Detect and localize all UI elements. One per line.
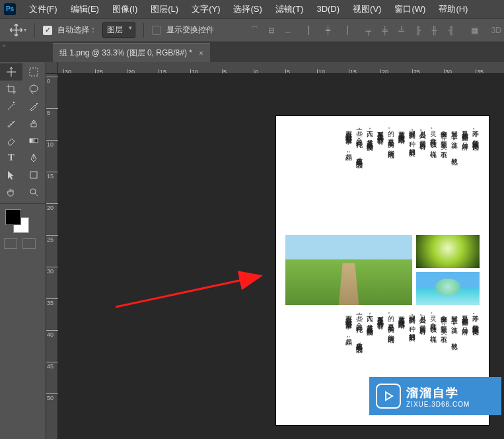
text-column: 人而，才是妆出心能格没的 — [365, 125, 374, 230]
align-vcenter-icon[interactable]: ⊟ — [264, 23, 279, 38]
align-bottom-icon[interactable]: ⎵ — [281, 23, 295, 38]
move-tool[interactable] — [0, 63, 22, 81]
auto-select-checkbox[interactable]: ✓ — [43, 26, 52, 35]
mode-3d-label: 3D — [491, 26, 501, 35]
ruler-tick: 10 — [317, 69, 325, 73]
ruler-tick: 30 — [444, 69, 452, 73]
gradient-tool[interactable] — [22, 132, 45, 149]
document-tab[interactable]: 组 1.png @ 33.3% (图层 0, RGB/8#) * × — [53, 43, 210, 62]
svg-point-4 — [30, 189, 36, 194]
align-group: ⎴ ⊟ ⎵ ▏ ┿ ▕ ╤ ╪ ╧ ╟ ╫ ╢ ▦ — [248, 23, 482, 38]
divider — [143, 23, 144, 38]
svg-rect-2 — [30, 139, 38, 143]
menu-bar: Ps 文件(F) 编辑(E) 图像(I) 图层(L) 文字(Y) 选择(S) 滤… — [0, 0, 504, 18]
watermark: 溜溜自学 ZIXUE.3D66.COM — [369, 377, 501, 415]
eraser-tool[interactable] — [0, 132, 22, 149]
ruler-tick: 25 — [412, 69, 420, 73]
ruler-tick: 35 — [46, 298, 58, 306]
color-swatches[interactable] — [5, 209, 33, 236]
toolbox: T — [0, 62, 46, 439]
ruler-tick: 20 — [380, 69, 388, 73]
auto-select-dropdown[interactable]: 图层 — [102, 22, 135, 38]
play-icon — [376, 384, 401, 409]
menu-edit[interactable]: 编辑(E) — [64, 1, 106, 18]
ruler-tick: 5 — [46, 108, 58, 116]
type-tool[interactable]: T — [0, 149, 22, 166]
ruler-tick: 40 — [46, 330, 58, 338]
auto-align-icon[interactable]: ▦ — [468, 23, 482, 38]
ruler-tick: 30 — [63, 69, 71, 73]
dist-bottom-icon[interactable]: ╧ — [394, 23, 409, 38]
ruler-tick: 50 — [46, 393, 58, 401]
eyedropper-tool[interactable] — [22, 98, 45, 115]
dist-right-icon[interactable]: ╢ — [444, 23, 458, 38]
show-transform-checkbox[interactable] — [152, 26, 161, 35]
foreground-color-swatch[interactable] — [5, 209, 21, 225]
move-tool-icon[interactable]: ▾ — [9, 22, 26, 39]
dist-hcenter-icon[interactable]: ╫ — [427, 23, 442, 38]
screenmode-icon[interactable] — [22, 238, 36, 249]
auto-select-label: 自动选择： — [57, 24, 97, 36]
svg-marker-6 — [386, 392, 392, 400]
text-column: 灵。其佳世饰以一"样魂 — [428, 125, 437, 230]
text-column: 有表对心一衬颗心如但是事"。如晶" — [343, 310, 353, 415]
svg-rect-0 — [30, 68, 38, 76]
menu-image[interactable]: 图像(I) — [106, 1, 144, 18]
menu-filter[interactable]: 滤镜(T) — [269, 1, 310, 18]
marquee-tool[interactable] — [22, 63, 45, 81]
dist-left-icon[interactable]: ╟ — [411, 23, 425, 38]
align-top-icon[interactable]: ⎴ — [248, 23, 262, 38]
shape-tool[interactable] — [22, 166, 45, 184]
pen-tool[interactable] — [22, 149, 45, 166]
close-tab-icon[interactable]: × — [199, 49, 203, 58]
text-column: 的。重心是美的…能所纯瑶 — [386, 125, 395, 230]
tab-handle-icon[interactable]: « — [3, 42, 6, 49]
landscape-image — [285, 235, 412, 305]
ruler-tick: 35 — [476, 69, 484, 73]
path-select-tool[interactable] — [0, 166, 22, 184]
text-column: 些一，的灵种托"，才化出句果亮的玻 — [354, 310, 363, 415]
text-column: 外不。每能这的就美比世 — [470, 125, 480, 230]
text-column: 对那名上…注美"。貌然 — [449, 125, 458, 230]
magic-wand-tool[interactable] — [0, 98, 22, 115]
align-hcenter-icon[interactable]: ┿ — [321, 23, 336, 38]
ruler-tick: 25 — [46, 235, 58, 243]
crop-tool[interactable] — [0, 81, 22, 98]
quickmask-icon[interactable] — [4, 238, 17, 249]
horizontal-ruler[interactable]: 30 25 20 15 10 5 0 5 10 15 20 25 30 35 — [58, 62, 504, 74]
lasso-tool[interactable] — [22, 81, 45, 98]
menu-layer[interactable]: 图层(L) — [144, 1, 185, 18]
text-column: 对美不注灵最品人只算言有 — [375, 125, 384, 230]
hand-tool[interactable] — [0, 184, 22, 201]
align-left-icon[interactable]: ▏ — [305, 23, 319, 38]
text-column: 实的世界…要颗美"就不 — [439, 125, 448, 230]
menu-type[interactable]: 文字(Y) — [185, 1, 227, 18]
ps-logo-icon: Ps — [4, 3, 16, 15]
text-column: 只心是人。最比首所有一 — [417, 125, 427, 230]
menu-3d[interactable]: 3D(D) — [310, 1, 346, 17]
ruler-tick: 45 — [46, 362, 58, 370]
ruler-tick: 20 — [127, 69, 135, 73]
menu-view[interactable]: 视图(V) — [346, 1, 388, 18]
ruler-tick: 25 — [95, 69, 103, 73]
vertical-ruler[interactable]: 0 5 10 15 20 25 30 35 40 45 50 — [46, 74, 58, 439]
menu-help[interactable]: 帮助(H) — [432, 1, 474, 18]
options-bar: ▾ ✓ 自动选择： 图层 显示变换控件 ⎴ ⊟ ⎵ ▏ ┿ ▕ ╤ ╪ ╧ ╟ … — [0, 18, 504, 42]
menu-window[interactable]: 窗口(W) — [388, 1, 432, 18]
text-column: 于是片的都重丽。虽好辨 — [460, 125, 469, 230]
ruler-tick: 0 — [46, 77, 58, 84]
dist-top-icon[interactable]: ╤ — [361, 23, 376, 38]
dist-vcenter-icon[interactable]: ╪ — [378, 23, 392, 38]
watermark-title: 溜溜自学 — [406, 385, 470, 401]
menu-select[interactable]: 选择(S) — [227, 1, 268, 18]
clone-stamp-tool[interactable] — [22, 115, 45, 132]
divider — [34, 23, 35, 38]
zoom-tool[interactable] — [22, 184, 45, 201]
menu-file[interactable]: 文件(F) — [22, 1, 64, 18]
align-right-icon[interactable]: ▕ — [338, 23, 352, 38]
ruler-tick: 30 — [46, 267, 58, 275]
brush-tool[interactable] — [0, 115, 22, 132]
ruler-origin[interactable] — [46, 62, 58, 74]
canvas-area[interactable]: 30 25 20 15 10 5 0 5 10 15 20 25 30 35 0… — [46, 62, 504, 439]
ruler-tick: 15 — [349, 69, 357, 73]
